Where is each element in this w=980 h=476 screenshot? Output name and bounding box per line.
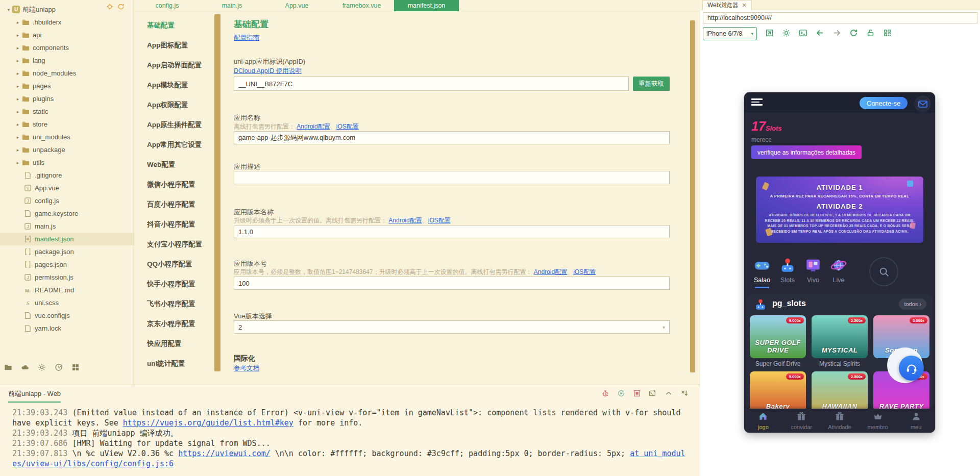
manifest-nav-微信小程序配置[interactable]: 微信小程序配置 bbox=[135, 174, 214, 194]
console-link[interactable]: https://uviewui.com/ bbox=[178, 449, 271, 458]
manifest-nav-App启动界面配置[interactable]: App启动界面配置 bbox=[135, 55, 214, 75]
expand-icon[interactable]: ▸ bbox=[14, 58, 21, 63]
console-tab[interactable]: 前端uniapp - Web bbox=[8, 389, 61, 403]
tree-item-App.vue[interactable]: VApp.vue bbox=[0, 182, 134, 194]
project-root[interactable]: ▾U前端uniapp bbox=[0, 3, 134, 16]
tree-item-components[interactable]: ▸components bbox=[0, 41, 134, 54]
tree-item-unpackage[interactable]: ▸unpackage bbox=[0, 143, 134, 156]
editor-scrollbar[interactable] bbox=[690, 20, 695, 372]
nav-item-convidar[interactable]: convidar bbox=[782, 409, 821, 433]
nav-item-Atividade[interactable]: Atividade bbox=[821, 409, 859, 433]
cloud-icon[interactable] bbox=[21, 363, 29, 371]
browser-tab[interactable]: Web浏览器 ✕ bbox=[702, 0, 752, 10]
manifest-nav-抖音小程序配置[interactable]: 抖音小程序配置 bbox=[135, 214, 214, 234]
hint-link-iOS配置[interactable]: iOS配置 bbox=[573, 268, 596, 275]
expand-icon[interactable]: ▸ bbox=[14, 96, 21, 102]
manifest-nav-App权限配置[interactable]: App权限配置 bbox=[135, 95, 214, 115]
expand-icon[interactable]: ▸ bbox=[14, 135, 21, 140]
expand-icon[interactable]: ▸ bbox=[14, 20, 21, 25]
hint-link-Android配置[interactable]: Android配置 bbox=[534, 268, 567, 275]
tree-item-permission.js[interactable]: Jpermission.js bbox=[0, 271, 134, 284]
qrcode-icon[interactable] bbox=[883, 29, 892, 39]
tree-item-utils[interactable]: ▸utils bbox=[0, 156, 134, 169]
console-link[interactable]: https://vuejs.org/guide/list.html#key bbox=[123, 418, 293, 428]
gear-icon[interactable] bbox=[782, 29, 791, 39]
manifest-nav-uni统计配置[interactable]: uni统计配置 bbox=[135, 354, 214, 373]
hint-link-iOS配置[interactable]: iOS配置 bbox=[336, 123, 359, 130]
nav-item-membro[interactable]: membro bbox=[859, 409, 897, 433]
tree-item-uni.scss[interactable]: Suni.scss bbox=[0, 296, 134, 309]
tree-item-uni_modules[interactable]: ▸uni_modules bbox=[0, 131, 134, 143]
tree-item-pages[interactable]: ▸pages bbox=[0, 80, 134, 92]
editor-tab-config.js[interactable]: config.js bbox=[135, 0, 200, 11]
expand-icon[interactable]: ▸ bbox=[14, 147, 21, 153]
i18n-doc-link[interactable]: 参考文档 bbox=[234, 364, 259, 373]
manifest-nav-百度小程序配置[interactable]: 百度小程序配置 bbox=[135, 194, 214, 214]
history-icon[interactable] bbox=[55, 363, 63, 371]
stop-icon[interactable] bbox=[633, 389, 641, 397]
devtools-icon[interactable] bbox=[799, 29, 807, 39]
config-guide-link[interactable]: 配置指南 bbox=[234, 34, 259, 42]
connect-button[interactable]: Conecte-se bbox=[860, 97, 908, 109]
files-icon[interactable] bbox=[4, 363, 12, 371]
url-input[interactable] bbox=[703, 12, 977, 23]
open-external-icon[interactable] bbox=[765, 29, 774, 39]
expand-icon[interactable]: ▾ bbox=[5, 7, 12, 12]
category-tab-Vivo[interactable]: Vivo bbox=[800, 256, 826, 288]
new-console-icon[interactable] bbox=[649, 389, 657, 397]
app-name-input[interactable] bbox=[234, 131, 670, 144]
game-card-HAWAIIAN[interactable]: 2.500xHAWAIIAN bbox=[812, 371, 868, 414]
game-card-Super Golf Drive[interactable]: 9.000xSUPER GOLF DRIVE bbox=[750, 315, 806, 358]
manifest-nav-支付宝小程序配置[interactable]: 支付宝小程序配置 bbox=[135, 234, 214, 254]
hint-link-Android配置[interactable]: Android配置 bbox=[388, 217, 422, 224]
version-code-input[interactable] bbox=[234, 277, 670, 290]
console-link[interactable]: at uni_modul bbox=[630, 449, 685, 458]
manifest-nav-快应用配置[interactable]: 快应用配置 bbox=[135, 334, 214, 354]
manifest-nav-QQ小程序配置[interactable]: QQ小程序配置 bbox=[135, 254, 214, 274]
tree-item-game.keystore[interactable]: game.keystore bbox=[0, 207, 134, 220]
manifest-nav-App模块配置[interactable]: App模块配置 bbox=[135, 75, 214, 95]
refetch-appid-button[interactable]: 重新获取 bbox=[633, 77, 670, 91]
tree-item-config.js[interactable]: Jconfig.js bbox=[0, 194, 134, 207]
vue-version-select[interactable]: 2 ▾ bbox=[234, 320, 670, 334]
search-icon[interactable] bbox=[869, 257, 898, 286]
tree-item-node_modules[interactable]: ▸node_modules bbox=[0, 67, 134, 80]
expand-icon[interactable]: ▸ bbox=[14, 84, 21, 89]
tree-item-store[interactable]: ▸store bbox=[0, 118, 134, 131]
device-select[interactable]: iPhone 6/7/8 ▾ bbox=[703, 27, 757, 40]
tree-item-.hbuilderx[interactable]: ▸.hbuilderx bbox=[0, 16, 134, 29]
manifest-nav-App常用其它设置[interactable]: App常用其它设置 bbox=[135, 135, 214, 155]
unlock-icon[interactable] bbox=[866, 29, 875, 39]
expand-icon[interactable]: ▸ bbox=[14, 122, 21, 127]
back-icon[interactable] bbox=[816, 29, 824, 39]
hint-link-Android配置[interactable]: Android配置 bbox=[297, 123, 330, 130]
version-name-input[interactable] bbox=[234, 225, 670, 238]
activity-banner[interactable]: ATIVIDADE 1 A PRIMEIRA VEZ PARA RECARREG… bbox=[756, 177, 923, 243]
tree-item-.gitignore[interactable]: .gitignore bbox=[0, 169, 134, 182]
collapse-icon[interactable] bbox=[665, 389, 673, 397]
menu-icon[interactable] bbox=[751, 98, 763, 107]
expand-icon[interactable]: ▸ bbox=[14, 33, 21, 38]
tree-item-vue.configjs[interactable]: vue.configjs bbox=[0, 309, 134, 322]
console-link[interactable]: es/uview-ui/libs/config/config.js:6 bbox=[12, 459, 174, 468]
category-tab-Live[interactable]: Live bbox=[826, 256, 851, 288]
apps-icon[interactable] bbox=[71, 363, 80, 371]
appid-input[interactable] bbox=[234, 77, 629, 91]
tree-item-plugins[interactable]: ▸plugins bbox=[0, 92, 134, 105]
expand-icon[interactable]: ▸ bbox=[14, 160, 21, 165]
hint-link-iOS配置[interactable]: iOS配置 bbox=[428, 217, 451, 224]
tree-item-main.js[interactable]: Jmain.js bbox=[0, 220, 134, 233]
tree-item-package.json[interactable]: package.json bbox=[0, 245, 134, 258]
app-desc-input[interactable] bbox=[234, 171, 670, 184]
manifest-nav-飞书小程序配置[interactable]: 飞书小程序配置 bbox=[135, 294, 214, 314]
nav-item-meu[interactable]: meu bbox=[897, 409, 935, 433]
clear-icon[interactable] bbox=[680, 389, 689, 397]
manifest-nav-京东小程序配置[interactable]: 京东小程序配置 bbox=[135, 314, 214, 334]
promo-detail-button[interactable]: verifique as informações detalhadas bbox=[751, 145, 862, 159]
forward-icon[interactable] bbox=[832, 29, 841, 39]
expand-icon[interactable]: ▸ bbox=[14, 45, 21, 51]
appid-doc-link[interactable]: DCloud AppID 使用说明 bbox=[234, 67, 302, 76]
game-card-Mystical Spirits[interactable]: 2.500xMYSTICAL bbox=[812, 315, 868, 358]
manifest-nav-快手小程序配置[interactable]: 快手小程序配置 bbox=[135, 274, 214, 294]
reload-icon[interactable] bbox=[849, 29, 858, 39]
